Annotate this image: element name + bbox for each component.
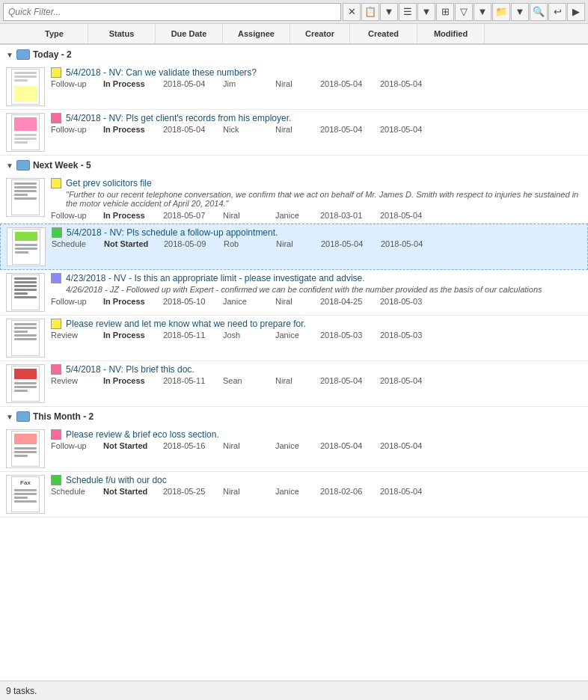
meta-created: 2018-05-03	[320, 331, 380, 340]
task-row[interactable]: 5/4/2018 - NV: Pls get client's records …	[0, 110, 588, 156]
task-thumbnail	[6, 364, 45, 403]
meta-modified: 2018-05-04	[380, 487, 428, 496]
task-meta: Schedule Not Started 2018-05-25 Niral Ja…	[51, 487, 582, 496]
meta-assignee: Janice	[223, 297, 275, 306]
meta-creator: Janice	[275, 211, 320, 220]
collapse-icon: ▼	[6, 51, 13, 59]
task-row[interactable]: 5/4/2018 - NV: Pls brief this doc. Revie…	[0, 361, 588, 407]
filter-button[interactable]: ▽	[455, 3, 473, 21]
task-row[interactable]: Get prev solicitors file"Further to our …	[0, 175, 588, 224]
col-header-type[interactable]: Type	[21, 24, 88, 43]
group-title: Today - 2	[33, 49, 72, 60]
meta-created: 2018-05-04	[320, 79, 380, 88]
undo-button[interactable]: ↩	[548, 3, 566, 21]
task-content: 4/23/2018 - NV - Is this an appropriate …	[51, 273, 582, 306]
group-title: This Month - 2	[33, 411, 94, 422]
meta-duedate: 2018-05-16	[163, 441, 223, 450]
task-row[interactable]: 5/4/2018 - NV: Pls schedule a follow-up …	[0, 224, 588, 270]
task-thumbnail	[6, 67, 45, 106]
meta-type: Follow-up	[51, 79, 103, 88]
folder-button[interactable]: 📁	[492, 3, 510, 21]
meta-creator: Janice	[275, 331, 320, 340]
task-content: 5/4/2018 - NV: Can we validate these num…	[51, 67, 582, 88]
list-dropdown-button[interactable]: ▼	[417, 3, 435, 21]
task-meta: Follow-up In Process 2018-05-10 Janice N…	[51, 297, 582, 306]
status-dot	[51, 429, 61, 440]
copy-button[interactable]: 📋	[361, 3, 379, 21]
search-button[interactable]: 🔍	[530, 3, 548, 21]
toolbar: ✕ 📋 ▼ ☰ ▼ ⊞ ▽ ▼ 📁 ▼ 🔍 ↩ ▶	[0, 0, 588, 24]
meta-created: 2018-05-04	[320, 376, 380, 385]
list-view-button[interactable]: ☰	[399, 3, 417, 21]
meta-created: 2018-04-25	[320, 297, 380, 306]
meta-duedate: 2018-05-11	[163, 376, 223, 385]
status-dot	[51, 475, 61, 485]
columns-button[interactable]: ⊞	[436, 3, 454, 21]
task-row[interactable]: Please review & brief eco loss section. …	[0, 426, 588, 472]
group-title: Next Week - 5	[33, 160, 91, 171]
copy-dropdown-button[interactable]: ▼	[380, 3, 398, 21]
meta-type: Review	[51, 331, 103, 340]
task-title: 5/4/2018 - NV: Pls brief this doc.	[66, 364, 195, 375]
meta-modified: 2018-05-03	[380, 331, 428, 340]
task-meta: Review In Process 2018-05-11 Josh Janice…	[51, 331, 582, 340]
meta-type: Follow-up	[51, 441, 103, 450]
col-header-modified[interactable]: Modified	[417, 24, 485, 43]
quick-filter-input[interactable]	[3, 3, 341, 21]
forward-button[interactable]: ▶	[567, 3, 585, 21]
group-header[interactable]: ▼ Next Week - 5	[0, 156, 588, 175]
col-header-creator[interactable]: Creator	[290, 24, 350, 43]
task-content: Please review and let me know what we ne…	[51, 319, 582, 340]
task-meta: Review In Process 2018-05-11 Sean Niral …	[51, 376, 582, 385]
task-thumbnail	[6, 319, 45, 357]
task-thumbnail	[6, 273, 45, 312]
meta-created: 2018-05-04	[320, 125, 380, 134]
task-row[interactable]: Please review and let me know what we ne…	[0, 316, 588, 361]
meta-duedate: 2018-05-09	[164, 239, 224, 248]
task-row[interactable]: 5/4/2018 - NV: Can we validate these num…	[0, 64, 588, 110]
meta-created: 2018-05-04	[321, 239, 381, 248]
status-dot	[51, 67, 61, 78]
task-content: 5/4/2018 - NV: Pls schedule a follow-up …	[52, 227, 581, 248]
meta-type: Follow-up	[51, 125, 103, 134]
meta-creator: Niral	[275, 125, 320, 134]
task-title-row: 5/4/2018 - NV: Pls schedule a follow-up …	[52, 227, 581, 238]
bottom-bar: 9 tasks.	[0, 681, 588, 700]
task-content: 5/4/2018 - NV: Pls get client's records …	[51, 113, 582, 134]
meta-type: Schedule	[52, 239, 104, 248]
task-row[interactable]: Fax Schedule f/u with our doc Schedule N…	[0, 472, 588, 518]
meta-assignee: Josh	[223, 331, 275, 340]
group-header[interactable]: ▼ This Month - 2	[0, 407, 588, 426]
meta-status: In Process	[103, 331, 163, 340]
task-thumbnail	[6, 113, 45, 152]
task-title-row: Please review & brief eco loss section.	[51, 429, 582, 440]
task-thumbnail	[7, 227, 46, 266]
task-body-text: 4/26/2018 - JZ - Followed up with Expert…	[66, 285, 582, 294]
meta-modified: 2018-05-04	[380, 125, 428, 134]
meta-creator: Niral	[275, 297, 320, 306]
meta-assignee: Jim	[223, 79, 275, 88]
task-title-row: 5/4/2018 - NV: Pls get client's records …	[51, 113, 582, 123]
meta-status: In Process	[103, 125, 163, 134]
task-row[interactable]: 4/23/2018 - NV - Is this an appropriate …	[0, 270, 588, 316]
col-header-assignee[interactable]: Assignee	[223, 24, 290, 43]
task-title: 5/4/2018 - NV: Pls schedule a follow-up …	[67, 227, 278, 238]
col-header-duedate[interactable]: Due Date	[156, 24, 223, 43]
meta-assignee: Rob	[224, 239, 276, 248]
clear-filter-button[interactable]: ✕	[343, 3, 361, 21]
meta-creator: Niral	[276, 239, 321, 248]
col-header-created[interactable]: Created	[350, 24, 417, 43]
group-header[interactable]: ▼ Today - 2	[0, 45, 588, 64]
col-header-status[interactable]: Status	[88, 24, 156, 43]
task-meta: Follow-up In Process 2018-05-07 Niral Ja…	[51, 211, 582, 220]
column-headers: Type Status Due Date Assignee Creator Cr…	[0, 24, 588, 45]
filter-dropdown-button[interactable]: ▼	[474, 3, 491, 21]
task-meta: Follow-up In Process 2018-05-04 Nick Nir…	[51, 125, 582, 134]
folder-dropdown-button[interactable]: ▼	[511, 3, 529, 21]
task-content: Get prev solicitors file"Further to our …	[51, 178, 582, 220]
meta-duedate: 2018-05-07	[163, 211, 223, 220]
status-dot	[51, 178, 61, 188]
task-title: Please review and let me know what we ne…	[66, 319, 306, 329]
meta-modified: 2018-05-03	[380, 297, 428, 306]
task-body-text: "Further to our recent telephone convers…	[66, 190, 582, 208]
